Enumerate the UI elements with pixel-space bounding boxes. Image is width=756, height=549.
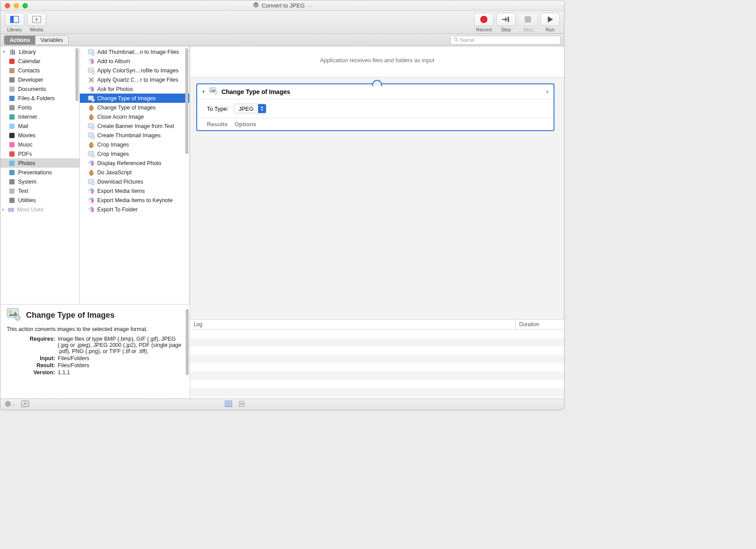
- tab-variables[interactable]: Variables: [35, 36, 68, 45]
- library-item-movies[interactable]: Movies: [0, 131, 79, 140]
- svg-point-48: [89, 143, 93, 147]
- action-icon: [88, 49, 95, 56]
- svg-rect-21: [9, 142, 15, 147]
- step-button[interactable]: Step: [496, 13, 516, 32]
- zoom-window-button[interactable]: [22, 3, 28, 8]
- action-item[interactable]: Ask for Photos: [80, 84, 189, 94]
- action-item[interactable]: Change Type of Images: [80, 103, 189, 112]
- options-button[interactable]: Options: [235, 121, 256, 128]
- library-toggle-button[interactable]: Library: [5, 13, 24, 32]
- tab-actions[interactable]: Actions: [4, 36, 35, 45]
- action-item[interactable]: Do JavaScript: [80, 168, 189, 177]
- gear-menu-button[interactable]: ⌄: [5, 401, 15, 408]
- svg-rect-16: [9, 96, 15, 101]
- action-item[interactable]: Export To Folder: [80, 205, 189, 214]
- svg-rect-81: [239, 404, 244, 406]
- info-result-label: Result:: [15, 362, 55, 369]
- stop-button[interactable]: Stop: [518, 13, 538, 32]
- library-item-utilities[interactable]: Utilities: [0, 196, 79, 205]
- library-item-internet[interactable]: Internet: [0, 112, 79, 121]
- action-icon: [88, 123, 95, 130]
- media-button[interactable]: Media: [27, 13, 46, 32]
- svg-rect-22: [9, 151, 15, 157]
- library-item-developer[interactable]: Developer: [0, 75, 79, 84]
- sidebar-icon: [10, 16, 19, 23]
- record-label: Record: [476, 27, 491, 32]
- workflow-connector: [372, 80, 382, 86]
- close-icon[interactable]: ×: [546, 88, 549, 95]
- svg-rect-5: [508, 17, 509, 22]
- category-icon: [8, 132, 15, 139]
- run-label: Run: [546, 27, 554, 32]
- svg-line-8: [457, 40, 458, 41]
- library-root[interactable]: Library: [0, 47, 79, 56]
- action-item[interactable]: Add Thumbnail…n to Image Files: [80, 47, 189, 56]
- svg-rect-12: [9, 59, 15, 64]
- expand-info-button[interactable]: [21, 401, 29, 409]
- record-icon: [480, 16, 487, 23]
- category-icon: [8, 188, 15, 195]
- library-item-music[interactable]: Music: [0, 140, 79, 149]
- duration-column-header[interactable]: Duration: [516, 320, 564, 329]
- svg-line-72: [9, 405, 10, 406]
- action-item[interactable]: Create Thumbnail Images: [80, 131, 189, 140]
- search-placeholder: Name: [460, 37, 474, 43]
- info-input-value: Files/Folders: [58, 355, 183, 361]
- svg-rect-13: [9, 68, 15, 73]
- scrollbar[interactable]: [75, 48, 79, 101]
- library-item-pdfs[interactable]: PDFs: [0, 149, 79, 158]
- folder-icon: [7, 206, 15, 213]
- library-item-documents[interactable]: Documents: [0, 84, 79, 94]
- svg-rect-6: [525, 16, 531, 23]
- actions-list: Add Thumbnail…n to Image FilesAdd to Alb…: [80, 46, 190, 304]
- svg-rect-26: [9, 188, 15, 194]
- library-item-files-folders[interactable]: Files & Folders: [0, 94, 79, 103]
- library-item-most-used[interactable]: ▶ Most Used: [0, 205, 79, 214]
- action-icon: [88, 132, 95, 139]
- info-result-value: Files/Folders: [58, 362, 183, 369]
- library-item-presentations[interactable]: Presentations: [0, 168, 79, 177]
- record-button[interactable]: Record: [474, 13, 494, 32]
- category-icon: [8, 58, 15, 65]
- svg-point-61: [15, 315, 20, 320]
- workflow-view-list-button[interactable]: [225, 401, 232, 409]
- action-item[interactable]: Add to Album: [80, 56, 189, 66]
- action-item[interactable]: Close Acorn Image: [80, 112, 189, 121]
- workflow-action-change-type[interactable]: ▼ Change Type of Images × To Type: JPEG …: [196, 83, 554, 131]
- library-item-text[interactable]: Text: [0, 186, 79, 196]
- window-title[interactable]: Convert to JPEG ⌄: [253, 2, 312, 9]
- scrollbar[interactable]: [186, 309, 189, 375]
- action-item[interactable]: Display Referenced Photo: [80, 158, 189, 168]
- run-button[interactable]: Run: [540, 13, 560, 32]
- action-item[interactable]: Crop Images: [80, 140, 189, 149]
- library-item-mail[interactable]: Mail: [0, 121, 79, 131]
- disclosure-triangle-icon[interactable]: ▼: [202, 90, 206, 94]
- scrollbar[interactable]: [185, 48, 188, 154]
- log-column-header[interactable]: Log: [190, 320, 516, 329]
- library-item-contacts[interactable]: Contacts: [0, 66, 79, 75]
- library-item-fonts[interactable]: Fonts: [0, 103, 79, 112]
- svg-line-71: [6, 402, 7, 402]
- action-item[interactable]: Apply Quartz C…r to Image Files: [80, 75, 189, 84]
- action-item[interactable]: Change Type of Images: [80, 94, 189, 103]
- action-item[interactable]: Apply ColorSyn…rofile to Images: [80, 66, 189, 75]
- svg-point-42: [89, 115, 93, 119]
- close-window-button[interactable]: [5, 3, 10, 8]
- action-item[interactable]: Create Banner Image from Text: [80, 121, 189, 131]
- action-item[interactable]: Export Media Items to Keynote: [80, 196, 189, 205]
- to-type-select[interactable]: JPEG: [234, 104, 266, 113]
- svg-line-74: [9, 402, 10, 402]
- action-item[interactable]: Download Pictures: [80, 177, 189, 186]
- info-version-value: 1.1.1: [58, 369, 183, 376]
- results-button[interactable]: Results: [207, 121, 228, 128]
- workflow-canvas[interactable]: ▼ Change Type of Images × To Type: JPEG …: [190, 77, 564, 319]
- library-item-photos[interactable]: Photos: [0, 158, 79, 168]
- action-item[interactable]: Export Media Items: [80, 186, 189, 196]
- library-item-system[interactable]: System: [0, 177, 79, 186]
- category-icon: [8, 197, 15, 204]
- minimize-window-button[interactable]: [14, 3, 19, 8]
- search-input[interactable]: Name: [450, 36, 561, 45]
- library-item-calendar[interactable]: Calendar: [0, 56, 79, 66]
- workflow-view-flow-button[interactable]: [238, 401, 245, 409]
- action-item[interactable]: Crop Images: [80, 149, 189, 158]
